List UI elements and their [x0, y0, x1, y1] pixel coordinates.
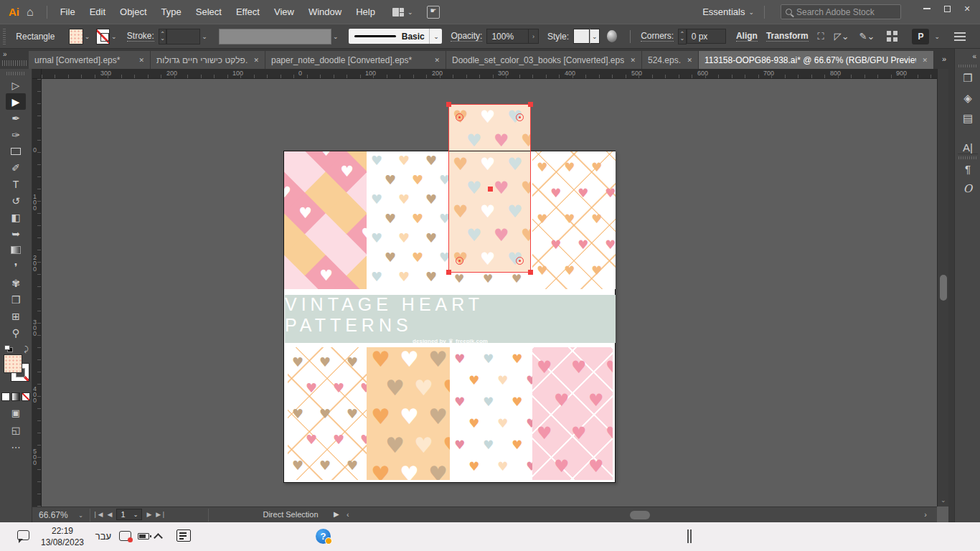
- menu-view[interactable]: View: [267, 6, 301, 17]
- next-artboard-icon[interactable]: ▶: [146, 511, 151, 518]
- artboard-tool[interactable]: ⊞: [6, 308, 26, 324]
- chevron-down-icon[interactable]: ⌄: [934, 33, 940, 40]
- news-tray-icon[interactable]: [176, 529, 191, 542]
- opacity-value[interactable]: 100%: [486, 29, 529, 44]
- last-artboard-icon[interactable]: ▶❘: [156, 511, 166, 518]
- arrange-documents-icon[interactable]: [887, 31, 897, 42]
- isolate-object-icon[interactable]: ⛶: [818, 31, 824, 42]
- menu-effect[interactable]: Effect: [229, 6, 267, 17]
- tab-close-icon[interactable]: ✕: [922, 57, 928, 64]
- selection-handle-bottom-left[interactable]: [446, 270, 451, 275]
- brush-definition[interactable]: Basic ⌄: [349, 29, 443, 44]
- pen-tool[interactable]: ✒: [6, 110, 26, 126]
- scroll-left-icon[interactable]: ‹: [347, 510, 349, 519]
- action-center-icon[interactable]: [17, 530, 29, 540]
- workspace-switcher-icon[interactable]: [392, 8, 404, 17]
- toolbar-grip[interactable]: [6, 72, 25, 75]
- tab-close-icon[interactable]: ✕: [253, 57, 259, 64]
- vertical-scrollbar-thumb[interactable]: [940, 275, 947, 301]
- swap-fill-stroke-icon[interactable]: ⤸: [24, 345, 29, 354]
- transform-button[interactable]: Transform: [766, 31, 809, 42]
- shape-builder-tool[interactable]: ❒: [6, 291, 26, 308]
- corners-stepper[interactable]: ⌃⌄: [678, 29, 686, 44]
- zoom-tool[interactable]: ⚲: [6, 324, 26, 341]
- document-tab[interactable]: 113158-OOPG86-938.ai* @ 66.67% (RGB/GPU …: [699, 51, 934, 69]
- stroke-weight-value[interactable]: [166, 29, 200, 44]
- minimize-button[interactable]: [917, 1, 937, 16]
- opacity-arrow[interactable]: ›: [529, 29, 539, 44]
- chevron-down-icon[interactable]: ⌄: [407, 9, 413, 16]
- menu-edit[interactable]: Edit: [83, 6, 113, 17]
- live-corner-widget[interactable]: [516, 257, 524, 265]
- color-button[interactable]: [1, 392, 10, 401]
- taskbar-clock[interactable]: 22:19 13/08/2023: [37, 525, 88, 548]
- panel-dock-icon[interactable]: P: [912, 29, 929, 44]
- paragraph-panel-icon[interactable]: ¶: [960, 161, 976, 176]
- help-notification-icon[interactable]: ?: [316, 529, 331, 544]
- shape-options-icon[interactable]: ✎⌄: [859, 31, 875, 42]
- language-indicator[interactable]: עבר: [92, 531, 115, 542]
- brush-chevron[interactable]: ⌄: [429, 29, 442, 44]
- vertical-scrollbar[interactable]: ⌄: [937, 69, 948, 507]
- adobe-stock-search[interactable]: [781, 4, 901, 19]
- screen-snip-tray-icon[interactable]: [119, 531, 131, 541]
- pattern-pink-lattice-hearts[interactable]: ♥♥♥♥♥♥♥♥♥♥: [532, 347, 613, 480]
- eraser-tool[interactable]: ◧: [6, 209, 26, 225]
- vertical-ruler[interactable]: 01 0 02 0 03 0 04 0 05 0 0: [32, 79, 42, 507]
- live-corner-widget[interactable]: [456, 113, 463, 121]
- selection-center-point[interactable]: [488, 187, 493, 192]
- selection-bounding-box[interactable]: [448, 104, 531, 273]
- ruler-origin-corner[interactable]: [32, 69, 42, 79]
- illustrator-logo[interactable]: Ai: [9, 6, 19, 18]
- previous-artboard-icon[interactable]: ◀: [107, 511, 112, 518]
- align-button[interactable]: Align: [736, 31, 758, 42]
- rectangle-tool[interactable]: [6, 143, 26, 159]
- pattern-small-hearts[interactable]: ♥♥♥♥♥♥♥♥♥♥♥♥♥♥♥♥♥♥♥♥♥: [367, 151, 450, 289]
- selection-handle-top-left[interactable]: [446, 102, 451, 107]
- character-panel-icon[interactable]: A|: [960, 139, 976, 155]
- first-artboard-icon[interactable]: ❘◀: [93, 511, 103, 518]
- none-button[interactable]: [22, 392, 30, 401]
- maximize-button[interactable]: [937, 1, 957, 16]
- menu-window[interactable]: Window: [301, 6, 349, 17]
- stroke-dropdown-chevron[interactable]: ⌄: [110, 29, 118, 44]
- corners-label[interactable]: Corners:: [641, 31, 674, 42]
- stock-search-input[interactable]: [796, 7, 890, 17]
- rotate-tool[interactable]: ↺: [6, 192, 26, 209]
- paintbrush-tool[interactable]: ✐: [6, 159, 26, 176]
- selection-handle-top-right[interactable]: [528, 102, 533, 107]
- corners-value[interactable]: 0 px: [687, 29, 726, 44]
- menu-help[interactable]: Help: [349, 6, 382, 17]
- layers-panel-icon[interactable]: ◈: [960, 90, 976, 106]
- document-tab[interactable]: paper_note_doodle [Converted].eps*✕: [265, 51, 446, 69]
- close-button[interactable]: ✕: [957, 1, 977, 16]
- live-corner-widget[interactable]: [456, 257, 463, 265]
- stroke-color-swatch[interactable]: [96, 29, 110, 44]
- hidden-icons-chevron[interactable]: [154, 533, 163, 542]
- screen-mode-icon[interactable]: ◱: [11, 425, 20, 435]
- drawing-modes-icon[interactable]: ▣: [11, 408, 20, 418]
- pattern-small-hearts-white[interactable]: ♥♥♥♥♥♥♥♥♥♥♥♥♥♥♥♥♥♥: [450, 347, 532, 480]
- document-tab[interactable]: 524.eps...✕: [642, 51, 699, 69]
- status-tool-name[interactable]: Direct Selection: [215, 510, 366, 519]
- fill-swatch[interactable]: [4, 354, 22, 373]
- selection-handle-bottom-right[interactable]: [528, 270, 533, 275]
- gradient-tool[interactable]: [6, 242, 26, 258]
- scroll-down-icon[interactable]: ⌄: [941, 496, 946, 504]
- shaper-tool[interactable]: ➥: [6, 225, 26, 242]
- menu-file[interactable]: File: [53, 6, 83, 17]
- live-corner-widget[interactable]: [516, 113, 524, 121]
- default-fill-stroke-icon[interactable]: [4, 345, 14, 353]
- tab-close-icon[interactable]: ✕: [434, 57, 440, 64]
- menu-select[interactable]: Select: [189, 6, 229, 17]
- properties-panel-icon[interactable]: ❒: [960, 70, 976, 86]
- menu-list-icon[interactable]: [954, 32, 966, 41]
- canvas[interactable]: ♥♥♥♥♥♥♥♥♥♥♥♥ ♥♥♥♥♥♥♥♥♥♥♥♥♥♥♥♥♥♥♥♥♥ ♥♥♥ ♥…: [42, 79, 937, 507]
- type-tool[interactable]: T: [6, 176, 26, 192]
- curvature-tool[interactable]: ✑: [6, 126, 26, 143]
- document-tab[interactable]: Doodle_set_color_03_books [Converted].ep…: [446, 51, 642, 69]
- direct-selection-tool[interactable]: ▶: [6, 93, 26, 110]
- stroke-weight-label[interactable]: Stroke:: [127, 31, 154, 42]
- graphic-style-swatch[interactable]: [573, 29, 590, 44]
- home-icon[interactable]: ⌂: [27, 6, 34, 19]
